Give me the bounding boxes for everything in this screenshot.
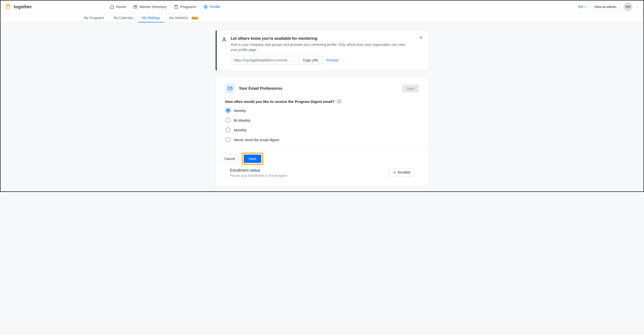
hand-wave-icon <box>5 4 11 10</box>
radio-monthly-label: Monthly <box>234 128 247 132</box>
digest-frequency-radio-group: Weekly Bi-Weekly Monthly Never send the … <box>225 108 419 142</box>
person-icon <box>222 37 227 42</box>
subnav-my-programs[interactable]: My Programs <box>83 13 105 22</box>
banner-body: Let others know you're available for men… <box>231 36 406 65</box>
check-icon <box>393 171 396 174</box>
mail-icon <box>227 86 233 91</box>
beta-badge: Beta <box>191 16 199 20</box>
topbar-right: EN View as Admin KM <box>578 2 639 11</box>
save-highlight: Save <box>242 153 263 165</box>
enrollment-title: Enrollment status <box>230 168 287 173</box>
subnav: My Programs My Calendar My Settings My S… <box>0 13 644 22</box>
prefs-header: Your Email Preferences Save <box>225 84 419 93</box>
nav-programs[interactable]: Programs <box>174 5 196 9</box>
svg-point-4 <box>205 6 206 7</box>
cancel-button[interactable]: Cancel <box>221 155 239 163</box>
actions-row: Cancel Save <box>216 148 428 169</box>
radio-never-label: Never send the email digest <box>234 138 279 142</box>
avatar-chevron-icon[interactable] <box>636 5 639 8</box>
subnav-my-settings[interactable]: My Settings <box>141 13 161 22</box>
digest-question-row: How often would you like to receive the … <box>225 99 419 104</box>
digest-question: How often would you like to receive the … <box>225 99 334 104</box>
svg-point-1 <box>135 6 136 7</box>
subnav-my-statistics-label: My Statistics <box>169 16 188 20</box>
nav-profile-label: Profile <box>210 5 220 9</box>
radio-never[interactable]: Never send the email digest <box>226 137 419 142</box>
home-icon <box>110 5 114 9</box>
enrollment-text: Enrollment status Pause your enrollment … <box>230 168 287 178</box>
nav-mentor-directory[interactable]: Mentor Directory <box>133 5 166 9</box>
radio-weekly[interactable]: Weekly <box>226 108 419 113</box>
subnav-my-statistics[interactable]: My Statistics Beta <box>168 13 200 22</box>
info-icon[interactable] <box>337 99 341 104</box>
copy-url-button[interactable]: Copy URL <box>299 56 323 65</box>
banner-desc: Post in your company chat groups and pro… <box>231 42 406 52</box>
radio-biweekly-label: Bi-Weekly <box>234 118 250 122</box>
content: Let others know you're available for men… <box>0 22 644 191</box>
nav-profile[interactable]: Profile <box>204 5 220 9</box>
prefs-title: Your Email Preferences <box>239 86 282 91</box>
brand-text: together <box>14 4 32 9</box>
svg-point-5 <box>223 38 225 39</box>
avatar[interactable]: KM <box>624 2 632 11</box>
subnav-my-calendar[interactable]: My Calendar <box>112 13 134 22</box>
radio-monthly[interactable]: Monthly <box>226 127 419 132</box>
nav-home[interactable]: Home <box>110 5 126 9</box>
mail-icon-box <box>225 84 235 93</box>
email-preferences-card: Your Email Preferences Save How often wo… <box>216 76 428 187</box>
url-row: https://my.togetherplatform.com/me… Copy… <box>231 56 406 65</box>
save-button-disabled: Save <box>402 85 419 92</box>
logo[interactable]: together <box>5 4 32 10</box>
radio-biweekly[interactable]: Bi-Weekly <box>226 118 419 123</box>
programs-icon <box>174 5 178 9</box>
save-button[interactable]: Save <box>244 155 261 163</box>
main-nav: Home Mentor Directory Programs Profile <box>110 5 220 9</box>
enrollment-row: Enrollment status Pause your enrollment … <box>225 168 419 182</box>
language-selector[interactable]: EN <box>578 5 587 9</box>
view-as-admin-button[interactable]: View as Admin <box>590 3 620 11</box>
mentoring-banner: Let others know you're available for men… <box>216 30 428 71</box>
nav-mentor-directory-label: Mentor Directory <box>140 5 166 9</box>
directory-icon <box>133 5 138 9</box>
banner-title: Let others know you're available for men… <box>231 36 406 41</box>
language-label: EN <box>578 5 583 9</box>
topbar: together Home Mentor Directory Programs … <box>0 0 644 13</box>
enrolled-button[interactable]: Enrolled <box>389 168 414 177</box>
nav-programs-label: Programs <box>180 5 196 9</box>
banner-close-button[interactable] <box>419 35 423 41</box>
nav-home-label: Home <box>116 5 126 9</box>
radio-weekly-label: Weekly <box>234 108 246 113</box>
close-icon <box>419 35 423 40</box>
profile-icon <box>204 5 208 9</box>
preview-link[interactable]: Preview <box>326 58 338 62</box>
enrollment-desc: Pause your enrollment in the program <box>230 174 287 178</box>
enrolled-label: Enrolled <box>398 170 410 174</box>
profile-url-input[interactable]: https://my.togetherplatform.com/me… <box>231 56 299 65</box>
chevron-down-icon <box>584 5 587 8</box>
